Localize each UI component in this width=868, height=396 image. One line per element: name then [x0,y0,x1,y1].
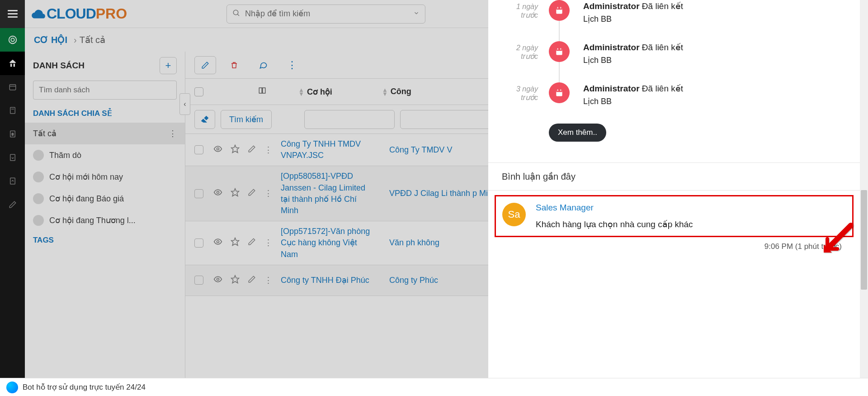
svg-point-20 [217,278,219,280]
pencil-icon[interactable] [248,238,256,248]
list-item-all[interactable]: Tất cả ⋮ [25,123,185,144]
pencil-icon[interactable] [248,188,256,199]
detail-panel: 1 ngày trước Administrator Đã liên kết L… [488,0,860,378]
company-link[interactable]: Công ty Phúc [389,275,438,286]
sidebar-target-icon[interactable] [0,28,25,52]
more-actions-button[interactable]: ⋮ [281,56,303,74]
list-item[interactable]: Cơ hội đang Thương l... [25,210,185,231]
chat-bar[interactable]: Bot hỗ trợ sử dụng trực tuyến 24/24 [0,378,868,396]
svg-marker-17 [231,189,239,196]
svg-point-18 [217,241,219,243]
sidebar-edit-icon[interactable] [0,193,25,216]
star-icon[interactable] [231,237,240,248]
filter-field-1[interactable] [304,110,395,129]
edit-button[interactable] [194,56,216,74]
row-checkbox[interactable] [194,145,203,154]
list-item[interactable]: Cơ hội mới hôm nay [25,166,185,188]
eye-icon[interactable] [213,144,222,156]
search-input[interactable] [245,9,413,19]
sidebar-money-icon[interactable] [0,52,25,75]
clear-filter-button[interactable] [194,110,215,129]
avatar-icon [33,215,44,226]
hamburger-menu[interactable] [0,0,25,28]
star-icon[interactable] [231,144,240,156]
svg-point-16 [217,191,219,194]
chat-label: Bot hỗ trợ sử dụng trực tuyến 24/24 [23,382,146,392]
add-list-button[interactable]: + [160,57,177,74]
calendar-icon [549,41,570,62]
svg-rect-27 [556,49,562,51]
svg-marker-19 [231,238,239,246]
collapse-sidebar-button[interactable]: ‹ [179,93,190,115]
row-more-icon[interactable]: ⋮ [264,188,273,199]
row-more-icon[interactable]: ⋮ [264,145,273,155]
company-link[interactable]: VPĐD J Cilag Li thành p Minh [389,188,497,199]
pencil-icon[interactable] [248,145,256,155]
search-button[interactable]: Tìm kiếm [221,110,272,129]
opportunity-link[interactable]: [Opp571572]-Văn phòng Cục hàng không Việ… [281,226,376,260]
calendar-icon [549,82,570,103]
delete-button[interactable] [223,56,245,74]
comment-avatar: Sa [502,203,526,226]
svg-point-3 [11,38,14,41]
sidebar-calendar-icon[interactable] [0,75,25,99]
comment-author[interactable]: Sales Manager [536,203,693,213]
star-icon[interactable] [231,275,240,286]
select-all-checkbox[interactable] [194,87,203,96]
list-search-input[interactable] [39,86,171,95]
svg-rect-23 [556,8,562,10]
eye-icon[interactable] [213,275,222,286]
breadcrumb-main[interactable]: CƠ HỘI [34,34,67,45]
star-icon[interactable] [231,188,240,199]
svg-rect-11 [10,178,15,184]
pencil-icon[interactable] [248,275,256,286]
search-icon [232,9,241,19]
opportunity-link[interactable]: Công ty TNHH Đại Phúc [281,275,376,286]
list-item[interactable]: Thăm dò [25,144,185,166]
more-icon[interactable]: ⋮ [169,129,177,138]
activity-timeline: 1 ngày trước Administrator Đã liên kết L… [488,0,860,142]
columns-icon[interactable] [258,86,267,97]
shared-list-header: DANH SÁCH CHIA SẺ [25,106,185,123]
svg-text:$: $ [11,132,14,136]
timeline-item: 1 ngày trước Administrator Đã liên kết L… [506,0,846,24]
company-link[interactable]: Văn ph không [389,237,439,248]
timeline-time: 1 ngày trước [506,0,538,19]
svg-line-1 [237,14,239,16]
sidebar-upload-icon[interactable] [0,169,25,193]
eye-icon[interactable] [213,237,222,248]
svg-rect-31 [556,90,562,92]
svg-marker-15 [231,145,239,153]
scrollbar-thumb[interactable] [861,190,867,290]
row-checkbox[interactable] [194,239,203,248]
chevron-down-icon[interactable] [413,10,420,18]
list-search[interactable] [33,81,177,100]
list-item[interactable]: Cơ hội đang Báo giá [25,188,185,210]
list-panel-title: DANH SÁCH [33,61,85,71]
svg-marker-21 [231,275,239,283]
row-more-icon[interactable]: ⋮ [264,275,273,286]
row-more-icon[interactable]: ⋮ [264,238,273,248]
scrollbar[interactable] [860,0,868,378]
svg-rect-4 [9,85,16,90]
row-checkbox[interactable] [194,189,203,198]
opportunity-link[interactable]: [Opp580581]-VPĐD Janssen - Cilag Limited… [281,171,376,216]
sidebar-invoice-icon[interactable]: $ [0,122,25,146]
company-link[interactable]: Công Ty TMDV V [389,144,452,156]
opportunity-link[interactable]: Công Ty TNHH TMDV VNPAY.JSC [281,138,376,161]
row-checkbox[interactable] [194,276,203,285]
avatar-icon [33,150,44,161]
sidebar-download-icon[interactable] [0,146,25,169]
avatar-icon [33,193,44,204]
logo[interactable]: CLOUDPRO [30,5,127,23]
comment-button[interactable] [252,56,274,74]
eye-icon[interactable] [213,188,222,199]
global-search[interactable] [226,5,425,24]
filter-field-2[interactable] [400,110,491,129]
sidebar-quote-icon[interactable] [0,99,25,122]
timeline-item: 2 ngày trước Administrator Đã liên kết L… [506,41,846,65]
avatar-icon [33,172,44,182]
see-more-button[interactable]: Xem thêm.. [549,124,606,142]
column-company[interactable]: ▲▼Công [382,87,411,96]
column-opportunity[interactable]: ▲▼Cơ hội [298,87,332,97]
